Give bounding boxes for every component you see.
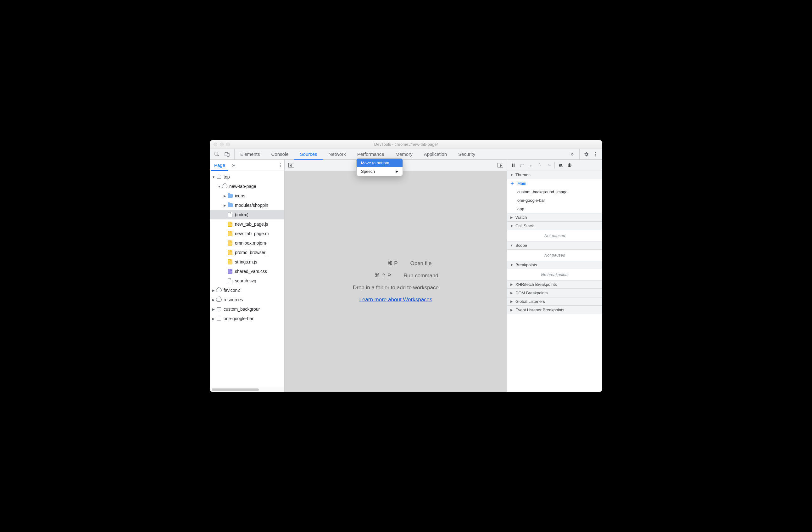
- chevron-right-icon: ▶: [510, 283, 513, 286]
- section-breakpoints[interactable]: ▼Breakpoints: [507, 261, 602, 269]
- titlebar: DevTools - chrome://new-tab-page/: [210, 140, 602, 149]
- section-evl[interactable]: ▶Event Listener Breakpoints: [507, 306, 602, 314]
- cloud-icon: [222, 183, 227, 189]
- svg-rect-10: [513, 163, 514, 167]
- tree-item-label: top: [223, 174, 230, 179]
- step-out-icon[interactable]: [536, 161, 544, 169]
- js-file-icon: [227, 240, 233, 246]
- tree-item-label: resources: [223, 297, 243, 302]
- toggle-debugger-icon[interactable]: [496, 161, 505, 169]
- horizontal-scrollbar[interactable]: [210, 388, 284, 392]
- thread-item[interactable]: ➔Main: [507, 179, 602, 187]
- tree-item[interactable]: ▶icons: [210, 191, 284, 200]
- thread-item[interactable]: ➔one-google-bar: [507, 196, 602, 205]
- navigator-tab-page[interactable]: Page: [210, 159, 230, 171]
- tab-console[interactable]: Console: [266, 149, 294, 159]
- chevron-down-icon: ▼: [510, 244, 513, 247]
- tab-memory[interactable]: Memory: [390, 149, 418, 159]
- tree-item[interactable]: strings.m.js: [210, 257, 284, 267]
- file-icon: [227, 278, 233, 284]
- folder-icon: [227, 202, 233, 208]
- svg-point-11: [520, 166, 521, 167]
- chevron-right-icon[interactable]: ▶: [212, 298, 215, 302]
- tab-network[interactable]: Network: [323, 149, 352, 159]
- section-dom[interactable]: ▶DOM Breakpoints: [507, 289, 602, 297]
- inspect-toolbar: [210, 149, 235, 159]
- step-into-icon[interactable]: [527, 161, 535, 169]
- svg-rect-2: [227, 153, 229, 156]
- tree-item[interactable]: ▼new-tab-page: [210, 182, 284, 191]
- section-title: Scope: [516, 243, 527, 248]
- tab-application[interactable]: Application: [418, 149, 452, 159]
- tab-sources[interactable]: Sources: [294, 149, 323, 159]
- section-global[interactable]: ▶Global Listeners: [507, 297, 602, 306]
- toggle-navigator-icon[interactable]: [287, 161, 295, 169]
- tab-elements[interactable]: Elements: [235, 149, 266, 159]
- tab-performance[interactable]: Performance: [352, 149, 390, 159]
- tree-item-label: (index): [235, 212, 248, 217]
- chevron-right-icon[interactable]: ▶: [212, 317, 215, 320]
- chevron-down-icon[interactable]: ▼: [217, 185, 221, 188]
- section-xhr[interactable]: ▶XHR/fetch Breakpoints: [507, 280, 602, 289]
- section-watch[interactable]: ▶Watch: [507, 213, 602, 222]
- chevron-down-icon: ▼: [510, 224, 513, 228]
- tree-item[interactable]: (index): [210, 210, 284, 220]
- editor-empty-state: ⌘ P Open file ⌘ ⇧ P Run command Drop in …: [285, 171, 507, 392]
- tree-item[interactable]: ▶resources: [210, 295, 284, 304]
- settings-icon[interactable]: [582, 150, 590, 158]
- section-scope[interactable]: ▼Scope: [507, 241, 602, 250]
- chevron-down-icon: ▼: [510, 173, 513, 177]
- tree-item[interactable]: shared_vars.css: [210, 267, 284, 276]
- device-toolbar-icon[interactable]: [223, 150, 231, 158]
- svg-rect-9: [512, 163, 513, 167]
- thread-label: Main: [517, 181, 526, 186]
- thread-item[interactable]: ➔app: [507, 205, 602, 213]
- chevron-right-icon[interactable]: ▶: [212, 308, 215, 311]
- navigator-menu-icon[interactable]: [276, 161, 284, 169]
- thread-item[interactable]: ➔custom_background_image: [507, 187, 602, 196]
- js-file-icon: [227, 259, 233, 265]
- deactivate-breakpoints-icon[interactable]: [557, 161, 565, 169]
- context-menu-item[interactable]: Move to bottom: [357, 159, 403, 167]
- svg-point-12: [531, 166, 532, 167]
- tabs-overflow-button[interactable]: »: [565, 151, 579, 157]
- inspect-element-icon[interactable]: [213, 150, 221, 158]
- frame-icon: [216, 174, 222, 180]
- tree-item[interactable]: new_tab_page.js: [210, 220, 284, 229]
- navigator-tabs-overflow[interactable]: »: [230, 162, 238, 168]
- svg-rect-19: [570, 164, 570, 167]
- pause-script-icon[interactable]: [509, 161, 517, 169]
- chevron-down-icon: ▼: [510, 263, 513, 267]
- chevron-right-icon[interactable]: ▶: [212, 289, 215, 292]
- thread-label: custom_background_image: [517, 190, 568, 194]
- tab-security[interactable]: Security: [452, 149, 481, 159]
- tree-item[interactable]: ▶modules/shoppin: [210, 200, 284, 210]
- chevron-right-icon[interactable]: ▶: [223, 204, 227, 207]
- tree-item[interactable]: promo_browser_: [210, 248, 284, 257]
- tree-item[interactable]: new_tab_page.m: [210, 229, 284, 238]
- tree-item[interactable]: ▶custom_backgrour: [210, 304, 284, 314]
- section-threads[interactable]: ▼Threads: [507, 171, 602, 179]
- context-menu-item[interactable]: Speech▶: [357, 167, 403, 176]
- step-icon[interactable]: [545, 161, 553, 169]
- tree-item[interactable]: ▼top: [210, 172, 284, 182]
- tree-item[interactable]: omnibox.mojom-: [210, 238, 284, 248]
- svg-rect-18: [569, 164, 569, 167]
- section-title: Breakpoints: [516, 263, 537, 267]
- learn-workspaces-link[interactable]: Learn more about Workspaces: [359, 296, 432, 303]
- file-tree: ▼top▼new-tab-page▶icons▶modules/shoppin(…: [210, 171, 284, 388]
- navigator-pane: Page » ▼top▼new-tab-page▶icons▶modules/s…: [210, 159, 285, 392]
- drop-folder-text: Drop in a folder to add to workspace: [353, 284, 439, 291]
- section-callstack[interactable]: ▼Call Stack: [507, 222, 602, 230]
- tree-item[interactable]: ▶one-google-bar: [210, 314, 284, 323]
- tree-item-label: favicon2: [223, 288, 240, 293]
- chevron-right-icon[interactable]: ▶: [223, 194, 227, 198]
- tree-item-label: shared_vars.css: [235, 269, 267, 274]
- tree-item[interactable]: ▶favicon2: [210, 285, 284, 295]
- pause-on-exceptions-icon[interactable]: [565, 161, 574, 169]
- tree-item[interactable]: search.svg: [210, 276, 284, 285]
- chevron-down-icon[interactable]: ▼: [212, 175, 215, 179]
- kebab-menu-icon[interactable]: [592, 150, 600, 158]
- devtools-window: DevTools - chrome://new-tab-page/ Elemen…: [210, 140, 602, 392]
- step-over-icon[interactable]: [518, 161, 526, 169]
